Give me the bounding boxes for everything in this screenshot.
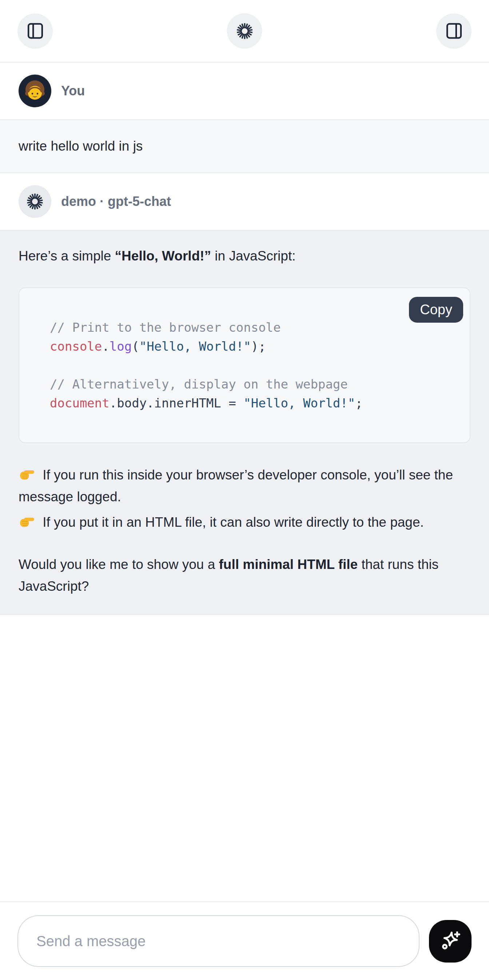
code-line: // Alternatively, display on the webpage <box>50 375 455 394</box>
code-line: console.log("Hello, World!"); <box>50 337 455 356</box>
composer-bar <box>0 901 489 980</box>
code-block: Copy // Print to the browser consolecons… <box>19 287 470 443</box>
starburst-icon <box>236 22 253 40</box>
assistant-turn: demo · gpt-5-chat Here’s a simple “Hello… <box>0 173 489 615</box>
top-bar <box>0 0 489 62</box>
assistant-intro: Here’s a simple “Hello, World!” in JavaS… <box>19 245 470 267</box>
user-author-label: You <box>61 83 85 99</box>
code-line: // Print to the browser console <box>50 318 455 337</box>
model-starburst-button[interactable] <box>227 13 262 49</box>
code-line: document.body.innerHTML = "Hello, World!… <box>50 394 455 412</box>
user-turn: You write hello world in js <box>0 62 489 173</box>
sparkle-plus-icon <box>438 929 462 953</box>
person-emoji <box>19 75 51 107</box>
right-panel-toggle-button[interactable] <box>436 13 471 49</box>
panel-left-icon <box>25 21 46 41</box>
send-button[interactable] <box>429 920 471 963</box>
message-input[interactable] <box>18 915 419 967</box>
user-message-text: write hello world in js <box>19 135 470 157</box>
assistant-outro: Would you like me to show you a full min… <box>19 554 470 597</box>
user-avatar <box>19 75 51 107</box>
user-author-row: You <box>0 62 489 119</box>
assistant-author-row: demo · gpt-5-chat <box>0 173 489 230</box>
panel-right-icon <box>443 21 465 41</box>
sidebar-toggle-button[interactable] <box>18 13 53 49</box>
code-line <box>50 356 455 375</box>
starburst-icon <box>26 192 44 211</box>
empty-scroll-area <box>0 615 489 901</box>
assistant-message-band: Here’s a simple “Hello, World!” in JavaS… <box>0 230 489 615</box>
pointing-right-emoji <box>19 466 35 480</box>
assistant-tips: If you run this inside your browser’s de… <box>19 464 470 533</box>
assistant-tip-line: If you put it in an HTML file, it can al… <box>19 511 470 533</box>
copy-button[interactable]: Copy <box>409 297 463 323</box>
assistant-model-label: demo · gpt-5-chat <box>61 194 171 209</box>
chat-app: You write hello world in js demo · gpt-5… <box>0 0 489 980</box>
assistant-tip-line: If you run this inside your browser’s de… <box>19 464 470 508</box>
user-message-band: write hello world in js <box>0 119 489 173</box>
assistant-avatar <box>19 185 51 218</box>
pointing-right-emoji <box>19 513 35 528</box>
code-content: // Print to the browser consoleconsole.l… <box>19 288 470 442</box>
